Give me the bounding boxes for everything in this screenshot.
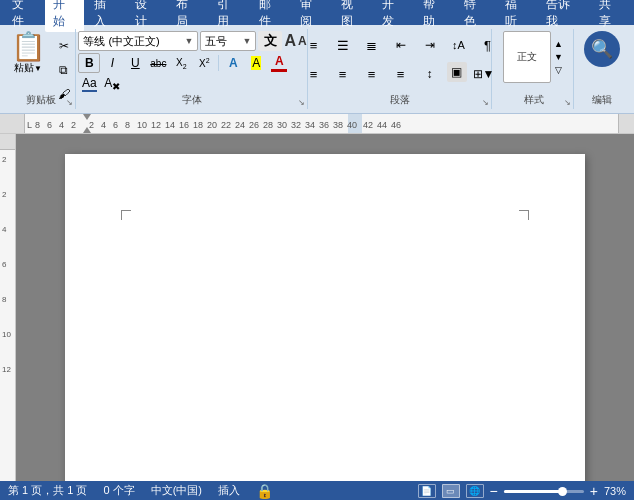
strikethrough-button[interactable]: abc	[147, 53, 169, 73]
vertical-ruler: 2 2 4 6 8 10 12	[0, 134, 16, 481]
increase-indent-button[interactable]: ⇥	[416, 31, 444, 59]
italic-button[interactable]: I	[101, 53, 123, 73]
zoom-slider[interactable]	[504, 490, 584, 493]
input-mode-label: 插入	[218, 483, 240, 499]
menu-file[interactable]: 文件	[4, 0, 43, 32]
status-right: 📄 ▭ 🌐 − + 73%	[418, 483, 626, 499]
bullets-button[interactable]: ≡	[300, 31, 328, 59]
menu-mailings[interactable]: 邮件	[251, 0, 290, 32]
ribbon: 📋 粘贴 ▼ ✂ ⧉ 🖌 剪贴板 ↘ 等线 (中文正文) ▼	[0, 25, 634, 114]
menu-insert[interactable]: 插入	[86, 0, 125, 32]
font-name-selector[interactable]: 等线 (中文正文) ▼	[78, 31, 198, 51]
multilevel-button[interactable]: ≣	[358, 31, 386, 59]
align-right-button[interactable]: ≡	[358, 60, 386, 88]
styles-expand[interactable]: ▽	[553, 64, 565, 76]
search-button[interactable]: 🔍	[584, 31, 620, 67]
status-bar: 第 1 页，共 1 页 0 个字 中文(中国) 插入 🔒 📄 ▭ 🌐 − + 7…	[0, 481, 634, 500]
style-gallery: 正文 ▲ ▼ ▽	[503, 31, 565, 83]
font-label: 字体	[78, 93, 307, 107]
font-special-button[interactable]: 文	[258, 31, 282, 51]
menu-futing[interactable]: 福听	[497, 0, 536, 32]
page-count-label: 第 1 页，共 1 页	[8, 483, 87, 499]
superscript-button[interactable]: X2	[193, 53, 215, 73]
corner-marker-tr	[519, 210, 529, 220]
font-color-button[interactable]: A	[268, 53, 290, 73]
main-area: 2 2 4 6 8 10 12	[0, 134, 634, 481]
styles-expand-btn[interactable]: ↘	[564, 98, 571, 107]
align-center-button[interactable]: ≡	[329, 60, 357, 88]
menu-review[interactable]: 审阅	[292, 0, 331, 32]
styles-scroll-down[interactable]: ▼	[553, 51, 565, 63]
zoom-out-button[interactable]: −	[490, 483, 498, 499]
styles-group: 正文 ▲ ▼ ▽ 样式 ↘	[494, 29, 574, 109]
document-area[interactable]	[16, 134, 634, 481]
styles-scroll-up[interactable]: ▲	[553, 38, 565, 50]
corner-marker-tl	[121, 210, 131, 220]
sort-button[interactable]: ↕A	[445, 31, 473, 59]
document-page[interactable]	[65, 154, 585, 481]
ruler-left-margin	[0, 114, 25, 133]
shading-button[interactable]: ▣	[447, 62, 467, 82]
align-left-button[interactable]: ≡	[300, 60, 328, 88]
style-normal[interactable]: 正文	[503, 31, 551, 83]
print-view-button[interactable]: ▭	[442, 484, 460, 498]
ruler-right-margin	[618, 114, 634, 133]
editing-label: 编辑	[576, 93, 628, 107]
zoom-in-button[interactable]: +	[590, 483, 598, 499]
clipboard-group: 📋 粘贴 ▼ ✂ ⧉ 🖌 剪贴板 ↘	[6, 29, 76, 109]
decrease-indent-button[interactable]: ⇤	[387, 31, 415, 59]
editing-group: 🔍 编辑	[576, 29, 628, 109]
highlight-color-button[interactable]: A	[245, 53, 267, 73]
cut-button[interactable]: ✂	[53, 35, 75, 57]
subscript-button[interactable]: X2	[170, 53, 192, 73]
menu-home[interactable]: 开始	[45, 0, 84, 32]
copy-button[interactable]: ⧉	[53, 59, 75, 81]
read-view-button[interactable]: 📄	[418, 484, 436, 498]
clipboard-label: 剪贴板	[6, 93, 75, 107]
clipboard-expand[interactable]: ↘	[66, 98, 73, 107]
menu-developer[interactable]: 开发	[374, 0, 413, 32]
menu-help[interactable]: 帮助	[415, 0, 454, 32]
menu-bar: 文件 开始 插入 设计 布局 引用 邮件 审阅 视图 开发 帮助 特色 福听 告…	[0, 0, 634, 25]
text-effects-button[interactable]: A	[222, 53, 244, 73]
font-group: 等线 (中文正文) ▼ 五号 ▼ 文 A A B I U	[78, 29, 308, 109]
styles-label: 样式	[494, 93, 573, 107]
zoom-level-label[interactable]: 73%	[604, 485, 626, 497]
font-size-selector[interactable]: 五号 ▼	[200, 31, 256, 51]
underline-button[interactable]: U	[124, 53, 146, 73]
menu-view[interactable]: 视图	[333, 0, 372, 32]
menu-features[interactable]: 特色	[456, 0, 495, 32]
menu-share[interactable]: 共享	[591, 0, 630, 32]
menu-references[interactable]: 引用	[209, 0, 248, 32]
paste-button[interactable]: 📋 粘贴 ▼	[7, 31, 50, 77]
menu-layout[interactable]: 布局	[168, 0, 207, 32]
char-count-label: 0 个字	[103, 483, 134, 499]
paragraph-label: 段落	[310, 93, 491, 107]
font-grow-button[interactable]: A	[284, 32, 296, 50]
bold-button[interactable]: B	[78, 53, 100, 73]
paragraph-group: ≡ ☰ ≣ ⇤ ⇥ ↕A ¶ ≡ ≡ ≡ ≡ ↕ ▣ ⊞▼ 段落 ↘	[310, 29, 492, 109]
paragraph-expand[interactable]: ↘	[482, 98, 489, 107]
document-protect-icon: 🔒	[256, 483, 273, 499]
menu-tell-me[interactable]: 告诉我	[538, 0, 589, 32]
text-color-button[interactable]: Aa	[78, 74, 100, 94]
status-left: 第 1 页，共 1 页 0 个字 中文(中国) 插入 🔒	[8, 483, 273, 499]
line-spacing-button[interactable]: ↕	[416, 60, 444, 88]
paste-label: 粘贴 ▼	[14, 61, 42, 75]
web-view-button[interactable]: 🌐	[466, 484, 484, 498]
justify-button[interactable]: ≡	[387, 60, 415, 88]
ruler: L 8 6 4 2 2 4 6 8 10 12 14 16 18 20 22 2…	[0, 114, 634, 134]
menu-design[interactable]: 设计	[127, 0, 166, 32]
language-label: 中文(中国)	[151, 483, 202, 499]
numbering-button[interactable]: ☰	[329, 31, 357, 59]
clear-format-button[interactable]: A✖	[101, 74, 123, 94]
